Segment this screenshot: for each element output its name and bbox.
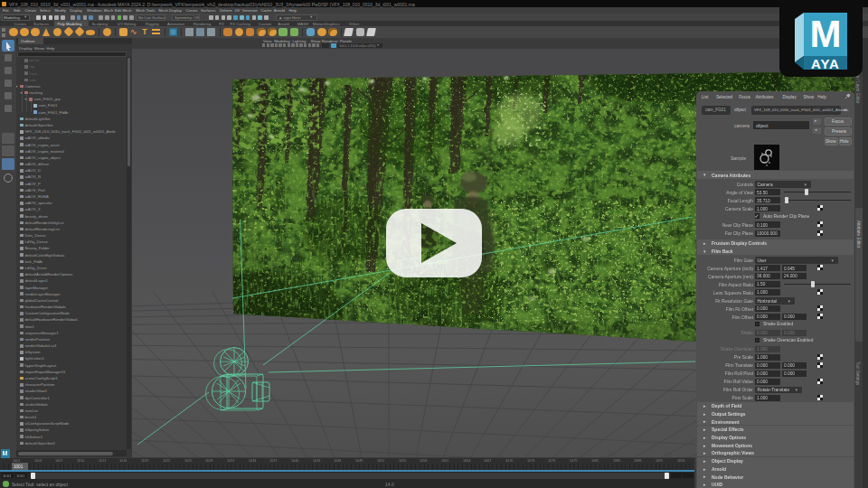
svg-text:M: M — [810, 13, 842, 55]
svg-text:AYA: AYA — [811, 56, 840, 71]
